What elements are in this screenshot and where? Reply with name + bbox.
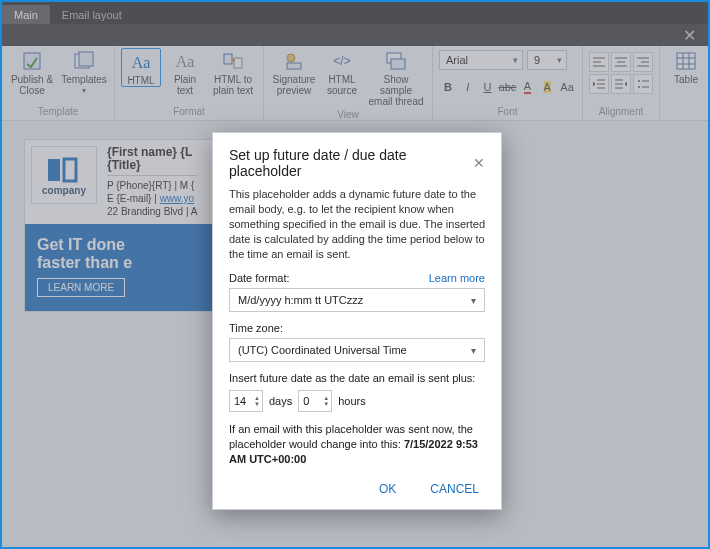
app-window: Main Email layout ✕ Publish & Close Temp…: [0, 0, 710, 549]
days-stepper[interactable]: 14 ▲▼: [229, 390, 263, 412]
insert-offset-label: Insert future date as the date an email …: [229, 372, 485, 384]
date-format-select[interactable]: M/d/yyyy h:mm tt UTCzzz: [229, 288, 485, 312]
date-format-label: Date format:: [229, 272, 290, 284]
timezone-label: Time zone:: [229, 322, 485, 334]
dialog-description: This placeholder adds a dynamic future d…: [229, 187, 485, 262]
hours-stepper[interactable]: 0 ▲▼: [298, 390, 332, 412]
dialog-close-icon[interactable]: ✕: [473, 155, 485, 171]
spinner-icon[interactable]: ▲▼: [254, 395, 260, 407]
ok-button[interactable]: OK: [373, 481, 402, 497]
cancel-button[interactable]: CANCEL: [424, 481, 485, 497]
days-label: days: [269, 395, 292, 407]
dialog-preview-note: If an email with this placeholder was se…: [229, 422, 485, 467]
spinner-icon[interactable]: ▲▼: [323, 395, 329, 407]
learn-more-link[interactable]: Learn more: [429, 272, 485, 284]
dialog-title: Set up future date / due date placeholde…: [229, 147, 473, 179]
timezone-select[interactable]: (UTC) Coordinated Universal Time: [229, 338, 485, 362]
future-date-dialog: Set up future date / due date placeholde…: [212, 132, 502, 510]
hours-label: hours: [338, 395, 366, 407]
